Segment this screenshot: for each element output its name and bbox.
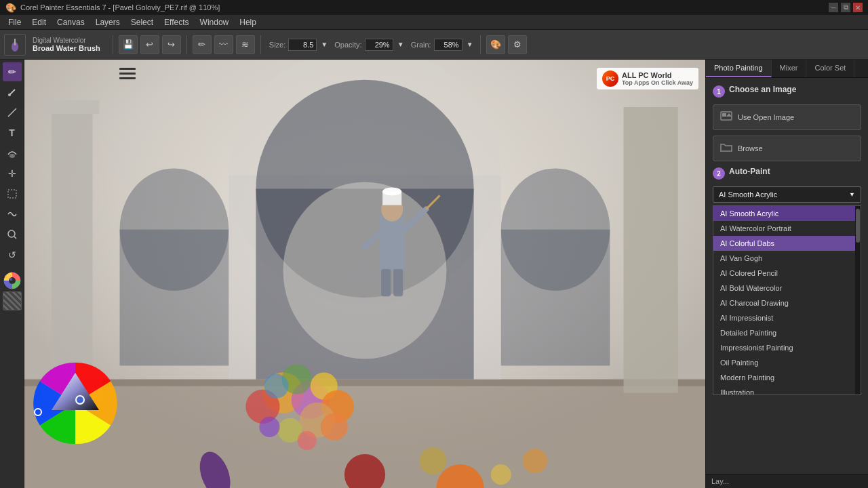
svg-rect-57 bbox=[119, 73, 136, 75]
restore-button[interactable]: ⧉ bbox=[841, 3, 850, 12]
undo-button[interactable]: ↩ bbox=[140, 35, 159, 54]
dropper-icon bbox=[7, 87, 18, 98]
color-wheel-container[interactable] bbox=[31, 359, 119, 447]
save-button[interactable]: 💾 bbox=[119, 35, 138, 54]
tab-photo-painting[interactable]: Photo Painting bbox=[706, 60, 772, 77]
hamburger-menu-icon[interactable] bbox=[119, 68, 136, 83]
svg-point-5 bbox=[9, 154, 15, 158]
dropdown-item-4[interactable]: AI Colored Pencil bbox=[713, 266, 861, 281]
dropdown-item-10-label: Oil Painting bbox=[720, 359, 758, 367]
color-picker-btn[interactable]: 🎨 bbox=[486, 35, 505, 54]
magnify-icon bbox=[7, 229, 18, 240]
dropdown-item-6[interactable]: AI Charcoal Drawing bbox=[713, 296, 861, 310]
dropdown-item-12[interactable]: Illustration bbox=[713, 385, 861, 395]
toolbar-sep-1 bbox=[113, 35, 113, 54]
autopaint-dropdown[interactable]: AI Smooth Acrylic ▼ bbox=[713, 186, 861, 203]
svg-rect-24 bbox=[120, 230, 229, 366]
step2-title: Auto-Paint bbox=[729, 167, 770, 176]
brush-style-button[interactable]: ✏ bbox=[193, 35, 212, 54]
transform-tool-btn[interactable]: ✛ bbox=[3, 164, 22, 183]
opacity-dropdown-btn[interactable]: ▼ bbox=[396, 35, 406, 54]
tab-mixer[interactable]: Mixer bbox=[772, 60, 807, 77]
dropdown-item-11[interactable]: Modern Painting bbox=[713, 370, 861, 385]
svg-line-8 bbox=[14, 237, 16, 239]
opacity-input[interactable] bbox=[365, 39, 393, 51]
dropdown-item-2[interactable]: AI Colorful Dabs bbox=[713, 236, 861, 251]
svg-rect-56 bbox=[119, 68, 136, 70]
menu-help[interactable]: Help bbox=[234, 16, 262, 28]
dropdown-item-9[interactable]: Impressionist Painting bbox=[713, 340, 861, 355]
menu-file[interactable]: File bbox=[3, 16, 26, 28]
use-open-image-button[interactable]: Use Open Image bbox=[713, 104, 861, 130]
svg-point-44 bbox=[264, 374, 288, 399]
tab-color-set[interactable]: Color Set bbox=[806, 60, 854, 77]
media-btn[interactable]: ⚙ bbox=[508, 35, 527, 54]
dropdown-scrollbar[interactable] bbox=[855, 206, 861, 394]
rotate-tool-btn[interactable]: ↺ bbox=[3, 245, 22, 264]
dropdown-chevron-icon: ▼ bbox=[849, 191, 855, 198]
brush-preview-icon bbox=[7, 37, 22, 52]
menu-canvas[interactable]: Canvas bbox=[52, 16, 90, 28]
menu-layers[interactable]: Layers bbox=[90, 16, 125, 28]
canvas-area[interactable]: PC ALL PC World Top Apps On Click Away bbox=[24, 60, 705, 488]
svg-rect-36 bbox=[381, 269, 391, 296]
brush-smear-button[interactable]: ≋ bbox=[236, 35, 255, 54]
redo-button[interactable]: ↪ bbox=[162, 35, 181, 54]
dropdown-item-0[interactable]: AI Smooth Acrylic bbox=[713, 206, 861, 221]
svg-point-11 bbox=[9, 278, 12, 281]
line-tool-btn[interactable] bbox=[3, 103, 22, 122]
menu-edit[interactable]: Edit bbox=[26, 16, 52, 28]
dropdown-item-7-label: AI Impressionist bbox=[720, 314, 773, 322]
dropdown-item-1[interactable]: AI Watercolor Portrait bbox=[713, 221, 861, 236]
menu-effects[interactable]: Effects bbox=[159, 16, 194, 28]
svg-point-48 bbox=[259, 417, 279, 437]
dropdown-scrollbar-thumb[interactable] bbox=[856, 209, 860, 243]
dropdown-item-8[interactable]: Detailed Painting bbox=[713, 325, 861, 340]
color-picker-circle[interactable] bbox=[3, 271, 22, 290]
autopaint-selected-label: AI Smooth Acrylic bbox=[719, 190, 777, 199]
pattern-swatch-btn[interactable] bbox=[3, 291, 22, 310]
magnify-tool-btn[interactable] bbox=[3, 225, 22, 244]
brush-alt-button[interactable]: 〰 bbox=[214, 35, 233, 54]
grain-dropdown-btn[interactable]: ▼ bbox=[465, 35, 475, 54]
close-button[interactable]: ✕ bbox=[853, 3, 863, 12]
dropdown-item-5[interactable]: AI Bold Watercolor bbox=[713, 281, 861, 296]
svg-rect-17 bbox=[45, 100, 99, 114]
svg-point-10 bbox=[9, 277, 16, 284]
dropdown-item-3[interactable]: AI Van Gogh bbox=[713, 251, 861, 266]
size-dropdown-btn[interactable]: ▼ bbox=[319, 35, 329, 54]
svg-rect-16 bbox=[52, 107, 92, 393]
app-logo-icon: 🎨 bbox=[5, 3, 16, 13]
toolbar-sep-2 bbox=[186, 35, 187, 54]
brush-name-label: Broad Water Brush bbox=[33, 44, 100, 52]
dropdown-item-6-label: AI Charcoal Drawing bbox=[720, 299, 789, 307]
menu-select[interactable]: Select bbox=[125, 16, 159, 28]
dropdown-item-10[interactable]: Oil Painting bbox=[713, 355, 861, 370]
blend-tool-btn[interactable] bbox=[3, 144, 22, 163]
dropdown-item-3-label: AI Van Gogh bbox=[720, 254, 762, 262]
step2-row: 2 Auto-Paint bbox=[713, 167, 861, 180]
menubar: File Edit Canvas Layers Select Effects W… bbox=[0, 15, 868, 30]
minimize-button[interactable]: ─ bbox=[829, 3, 838, 12]
titlebar-controls[interactable]: ─ ⧉ ✕ bbox=[829, 3, 863, 12]
selection-icon bbox=[7, 188, 18, 199]
panel-content: 1 Choose an Image Use Open Image bbox=[706, 78, 868, 474]
size-input[interactable] bbox=[288, 39, 317, 51]
dropdown-item-8-label: Detailed Painting bbox=[720, 329, 776, 337]
dropper-tool-btn[interactable] bbox=[3, 83, 22, 102]
toolbar-sep-3 bbox=[260, 35, 261, 54]
grain-input[interactable] bbox=[434, 39, 462, 51]
menu-window[interactable]: Window bbox=[195, 16, 235, 28]
browse-button[interactable]: Browse bbox=[713, 136, 861, 161]
dropdown-item-7[interactable]: AI Impressionist bbox=[713, 310, 861, 325]
step1-row: 1 Choose an Image bbox=[713, 85, 861, 98]
text-tool-btn[interactable]: T bbox=[3, 123, 22, 142]
svg-point-54 bbox=[491, 464, 511, 485]
svg-point-3 bbox=[8, 94, 11, 96]
brush-tool-btn[interactable]: ✏ bbox=[3, 62, 22, 81]
dropdown-item-11-label: Modern Painting bbox=[720, 373, 774, 382]
line-icon bbox=[7, 107, 18, 118]
selection-tool-btn[interactable] bbox=[3, 184, 22, 203]
warp-tool-btn[interactable] bbox=[3, 205, 22, 224]
dropdown-item-12-label: Illustration bbox=[720, 388, 754, 395]
